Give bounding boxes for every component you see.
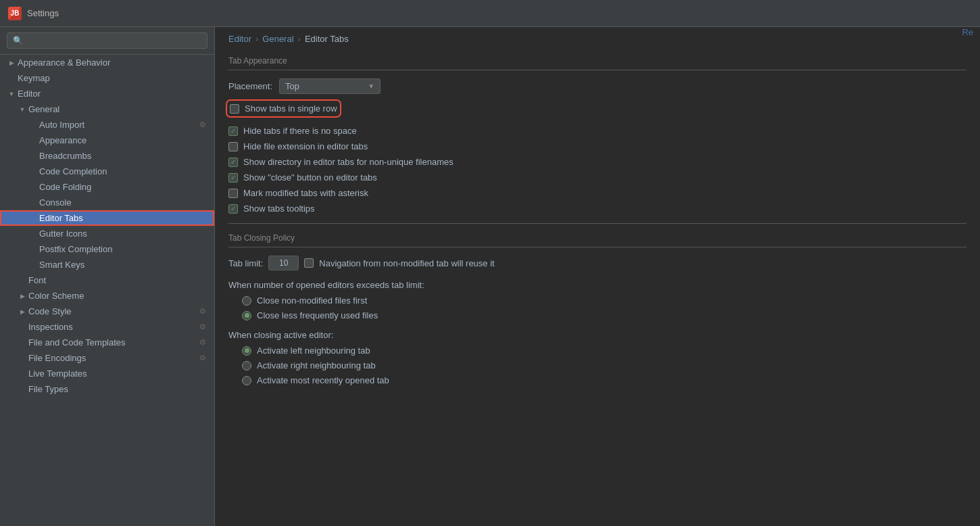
checkbox-wrapper-show-close-button[interactable]: Show "close" button on editor tabs [228, 172, 966, 183]
sidebar-item-live-templates[interactable]: Live Templates [0, 366, 214, 381]
checkbox-wrapper-show-tooltips[interactable]: Show tabs tooltips [228, 204, 966, 214]
sidebar-item-general[interactable]: ▼General [0, 101, 214, 117]
radio-label-activate-left: Activate left neighbouring tab [257, 345, 370, 356]
checkbox-hide-file-extension[interactable] [228, 142, 238, 151]
sidebar-label-editor: Editor [18, 89, 41, 99]
radio-row-close-less-frequent[interactable]: Close less frequently used files [242, 310, 966, 320]
sidebar-item-inspections[interactable]: Inspections⚙ [0, 319, 214, 335]
placement-dropdown[interactable]: Top ▼ [279, 78, 381, 94]
tree-arrow-postfix-completion [28, 245, 38, 254]
sidebar-label-inspections: Inspections [28, 322, 73, 332]
sidebar-item-breadcrumbs[interactable]: Breadcrumbs [0, 148, 214, 164]
checkbox-wrapper-hide-file-extension[interactable]: Hide file extension in editor tabs [228, 141, 966, 151]
breadcrumb-part2: General [262, 34, 293, 44]
sidebar-label-breadcrumbs: Breadcrumbs [39, 151, 91, 161]
sidebar-item-editor-tabs[interactable]: Editor Tabs [0, 210, 214, 226]
radio-row-activate-recent[interactable]: Activate most recently opened tab [242, 375, 966, 385]
gear-icon-file-encodings: ⚙ [198, 354, 207, 363]
checkbox-show-directory[interactable] [228, 158, 238, 167]
checkbox-hide-tabs-no-space[interactable] [228, 126, 238, 136]
search-input[interactable] [7, 32, 207, 49]
title-bar: JB Settings [0, 0, 980, 27]
sidebar-label-color-scheme: Color Scheme [28, 291, 84, 301]
checkbox-label-show-tabs-single-row: Show tabs in single row [245, 103, 337, 114]
content-panel: Tab Appearance Placement: Top ▼ Show tab… [215, 49, 980, 526]
checkbox-mark-modified[interactable] [228, 189, 238, 198]
sidebar: ▶Appearance & BehaviorKeymap▼Editor▼Gene… [0, 27, 215, 526]
checkbox-wrapper-mark-modified[interactable]: Mark modified tabs with asterisk [228, 188, 966, 198]
sidebar-item-postfix-completion[interactable]: Postfix Completion [0, 241, 214, 257]
sidebar-item-auto-import[interactable]: Auto Import⚙ [0, 117, 214, 133]
nav-checkbox-wrapper[interactable]: Navigation from non-modified tab will re… [304, 258, 494, 268]
sidebar-item-appearance[interactable]: Appearance [0, 133, 214, 148]
tab-appearance-title: Tab Appearance [228, 56, 966, 70]
when-closing-label: When closing active editor: [228, 330, 966, 340]
radio-row-activate-right[interactable]: Activate right neighbouring tab [242, 360, 966, 370]
sidebar-item-console[interactable]: Console [0, 195, 214, 210]
radio-activate-right[interactable] [242, 361, 251, 370]
sidebar-item-font[interactable]: Font [0, 272, 214, 288]
radio-row-activate-left[interactable]: Activate left neighbouring tab [242, 345, 966, 356]
sidebar-item-smart-keys[interactable]: Smart Keys [0, 257, 214, 272]
nav-non-modified-checkbox[interactable] [304, 258, 314, 268]
tree-arrow-live-templates [18, 369, 27, 379]
sidebar-label-appearance-behavior: Appearance & Behavior [18, 57, 110, 68]
checkbox-label-hide-file-extension: Hide file extension in editor tabs [243, 141, 368, 151]
checkbox-label-mark-modified: Mark modified tabs with asterisk [243, 188, 368, 198]
sidebar-item-code-style[interactable]: ▶Code Style⚙ [0, 304, 214, 319]
search-box[interactable] [0, 27, 214, 55]
checkbox-wrapper-show-tabs-single-row[interactable]: Show tabs in single row [228, 102, 339, 115]
radio-label-close-non-modified: Close non-modified files first [257, 295, 367, 306]
sidebar-label-font: Font [28, 275, 46, 285]
radio-activate-recent[interactable] [242, 376, 251, 385]
radio-row-close-non-modified[interactable]: Close non-modified files first [242, 295, 966, 306]
sidebar-label-appearance: Appearance [39, 135, 87, 145]
radio-activate-left[interactable] [242, 346, 251, 356]
sidebar-label-keymap: Keymap [18, 73, 50, 83]
sidebar-item-file-code-templates[interactable]: File and Code Templates⚙ [0, 335, 214, 350]
checkbox-label-show-close-button: Show "close" button on editor tabs [243, 172, 377, 183]
title-text: Settings [27, 8, 59, 18]
radio-close-less-frequent[interactable] [242, 311, 251, 320]
tree-arrow-file-code-templates [18, 338, 27, 348]
tree-arrow-font [18, 276, 27, 285]
sidebar-item-editor[interactable]: ▼Editor [0, 86, 214, 101]
checkbox-wrapper-show-directory[interactable]: Show directory in editor tabs for non-un… [228, 157, 966, 167]
main-layout: ▶Appearance & BehaviorKeymap▼Editor▼Gene… [0, 27, 980, 526]
breadcrumb-part3: Editor Tabs [305, 34, 349, 44]
placement-label: Placement: [228, 81, 272, 91]
sidebar-item-gutter-icons[interactable]: Gutter Icons [0, 226, 214, 241]
breadcrumb-sep2: › [298, 34, 301, 44]
reset-button[interactable]: Re [962, 27, 973, 37]
sidebar-label-gutter-icons: Gutter Icons [39, 229, 87, 239]
tab-limit-label: Tab limit: [228, 258, 263, 268]
sidebar-item-code-completion[interactable]: Code Completion [0, 164, 214, 179]
breadcrumb-sep1: › [255, 34, 258, 44]
tree-arrow-inspections [18, 322, 27, 332]
tab-appearance-checkboxes: Show tabs in single rowHide tabs if ther… [228, 102, 966, 214]
tree-arrow-auto-import [28, 120, 38, 130]
placement-value: Top [285, 81, 299, 91]
tab-limit-input[interactable] [268, 256, 299, 270]
checkbox-show-close-button[interactable] [228, 173, 238, 183]
sidebar-tree: ▶Appearance & BehaviorKeymap▼Editor▼Gene… [0, 55, 214, 397]
sidebar-item-file-encodings[interactable]: File Encodings⚙ [0, 350, 214, 366]
sidebar-item-file-types[interactable]: File Types [0, 381, 214, 397]
tree-arrow-file-types [18, 385, 27, 394]
sidebar-item-color-scheme[interactable]: ▶Color Scheme [0, 288, 214, 304]
sidebar-item-keymap[interactable]: Keymap [0, 70, 214, 86]
placement-row: Placement: Top ▼ [228, 78, 966, 94]
checkbox-show-tabs-single-row[interactable] [230, 104, 239, 114]
sidebar-label-console: Console [39, 197, 72, 208]
dropdown-arrow-icon: ▼ [368, 82, 374, 90]
sidebar-label-code-folding: Code Folding [39, 182, 91, 192]
radio-label-activate-right: Activate right neighbouring tab [257, 360, 376, 370]
checkbox-show-tooltips[interactable] [228, 204, 238, 214]
breadcrumb-part1: Editor [228, 34, 251, 44]
sidebar-item-code-folding[interactable]: Code Folding [0, 179, 214, 195]
radio-close-non-modified[interactable] [242, 296, 251, 306]
sidebar-item-appearance-behavior[interactable]: ▶Appearance & Behavior [0, 55, 214, 70]
checkbox-wrapper-hide-tabs-no-space[interactable]: Hide tabs if there is no space [228, 126, 966, 136]
tree-arrow-file-encodings [18, 354, 27, 363]
breadcrumb: Editor › General › Editor Tabs Re [215, 27, 980, 49]
